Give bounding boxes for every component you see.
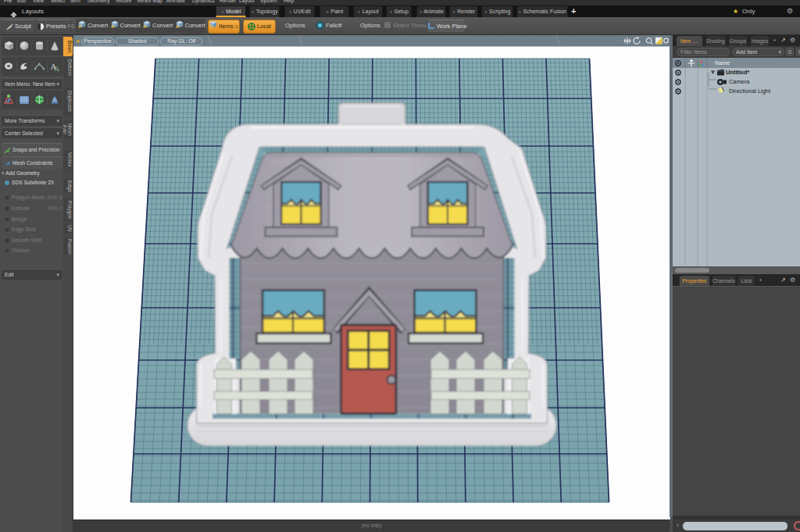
svg-text:Shaded: Shaded — [128, 38, 147, 44]
svg-text:Ray GL: Off: Ray GL: Off — [167, 38, 195, 45]
svg-text:&: & — [55, 65, 60, 73]
svg-text:Perspective: Perspective — [84, 38, 112, 45]
